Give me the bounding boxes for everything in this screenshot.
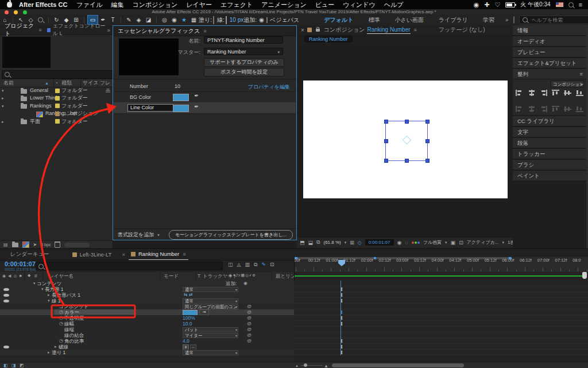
mode-dropdown[interactable]: 同じグループの前面のコン▾ xyxy=(183,304,238,309)
timeline-ruler[interactable]: 0:00f 00:12f 01:00f 01:12f 02:00f 02:12f… xyxy=(294,257,588,272)
stroke-color-swatch[interactable] xyxy=(226,16,227,24)
parent-pickwhip-icon[interactable]: @ xyxy=(247,327,252,332)
project-row[interactable]: ▸ 平面 フォルダー xyxy=(0,118,113,125)
label-chip[interactable] xyxy=(55,103,60,108)
mode-dropdown[interactable]: 通常▾ xyxy=(183,350,238,355)
project-search-box[interactable] xyxy=(2,70,113,79)
menu-item[interactable]: レイヤー xyxy=(186,1,212,9)
sidebar-panel-header[interactable]: プレビュー xyxy=(513,47,586,57)
toggle-inout-icon[interactable]: ◩ xyxy=(20,363,24,368)
close-tab-icon[interactable]: × xyxy=(122,251,125,258)
eg-property-row[interactable]: Line Color ✒ xyxy=(114,102,296,114)
stopwatch-icon[interactable]: ◷ xyxy=(59,338,63,344)
distribute-br-icon[interactable] xyxy=(540,106,547,112)
sidebar-panel-header[interactable]: エフェクト&プリセット xyxy=(513,58,586,68)
timeline-track-row[interactable]: I xyxy=(294,344,588,350)
panel-menu-icon[interactable]: ≡ xyxy=(579,69,583,79)
eye-icon[interactable] xyxy=(3,300,9,303)
eraser-tool[interactable]: ◪ xyxy=(144,16,153,24)
heart-icon[interactable]: ♡ xyxy=(494,1,500,9)
current-time-display[interactable]: 0:00:01:07 xyxy=(365,239,394,246)
menu-item[interactable]: 編集 xyxy=(111,1,123,9)
timeline-menu-icon[interactable]: ≡ xyxy=(183,251,185,257)
remove-dash-button[interactable]: − xyxy=(190,344,196,350)
mode-dropdown[interactable]: マイター▾ xyxy=(183,333,238,338)
mask-visibility-icon[interactable]: ◇ xyxy=(358,240,362,246)
stopwatch-icon[interactable]: ◷ xyxy=(59,321,63,327)
stopwatch-icon[interactable]: ◷ xyxy=(59,309,63,315)
eg-panel-menu-icon[interactable]: ≡ xyxy=(203,28,206,34)
mini-flowchart-icon[interactable]: ◫ xyxy=(228,262,233,268)
zoom-out-mountain-icon[interactable]: ▲ xyxy=(295,364,299,367)
help-search-input[interactable] xyxy=(531,17,588,24)
active-camera-dropdown[interactable]: アクティブカ... xyxy=(467,239,499,246)
keyframe-ibeam[interactable]: I xyxy=(339,286,345,292)
eg-name-field[interactable]: PTNYT-Ranking Number xyxy=(204,36,283,44)
timeline-column-headers[interactable]: ◉◀◎■ ◆ # レイヤー名 モード T トラックマット ◉✦fx▦◎◐⊕ 親と… xyxy=(0,272,294,281)
playhead-handle[interactable] xyxy=(338,260,345,266)
puppet-pin-tool[interactable]: ◉ xyxy=(169,16,179,24)
eyedropper-icon[interactable]: ✒ xyxy=(194,103,199,110)
distribute-bm-icon[interactable] xyxy=(564,106,571,112)
new-composition-icon[interactable] xyxy=(22,241,29,248)
edit-properties-link[interactable]: プロパティを編集 xyxy=(248,83,290,91)
sync-settings-icon[interactable] xyxy=(513,16,514,24)
snapshot-icon[interactable]: ◉ xyxy=(397,240,402,246)
tab-footage[interactable]: フッテージ (なし) xyxy=(439,26,485,34)
distribute-bl-icon[interactable] xyxy=(516,106,523,112)
twirl-icon[interactable]: ▸ xyxy=(2,118,4,125)
keyframe-ibeam[interactable]: I xyxy=(339,298,345,304)
graph-editor-icon[interactable]: ⊡ xyxy=(270,262,274,268)
align-bt-icon[interactable] xyxy=(552,90,559,96)
project-row[interactable]: Ranking....ber コンポジション xyxy=(0,110,113,117)
expression-pick-whip-box[interactable]: ⇥ xyxy=(199,309,209,315)
eg-master-dropdown[interactable]: Ranking Number ▾ xyxy=(204,48,283,55)
sidebar-panel-header[interactable]: ブラシ xyxy=(513,160,586,170)
property-value[interactable]: 10 xyxy=(175,83,180,89)
apple-menu-icon[interactable] xyxy=(7,2,12,7)
label-chip[interactable] xyxy=(55,89,60,93)
share-view-icon[interactable]: ⧉ xyxy=(316,239,320,246)
parent-pickwhip-icon[interactable]: @ xyxy=(247,315,252,321)
property-value[interactable]: 4.0 xyxy=(183,338,189,344)
twirl-icon[interactable]: ▾ xyxy=(2,87,4,94)
property-value[interactable]: 10.0 xyxy=(183,321,192,327)
parent-pickwhip-icon[interactable]: @ xyxy=(247,309,252,315)
hide-shy-layers-icon[interactable]: ▥ xyxy=(245,262,250,268)
region-of-interest-icon[interactable]: ▣ xyxy=(451,240,456,246)
property-value[interactable]: 100% xyxy=(183,315,195,321)
property-name-input[interactable]: Line Color xyxy=(127,104,173,112)
toggle-transfer-controls-icon[interactable]: ◨ xyxy=(11,363,16,368)
panel-overflow-icon[interactable]: » xyxy=(107,27,110,33)
timeline-search-box[interactable] xyxy=(36,262,223,270)
twirl-icon[interactable]: ▸ xyxy=(2,94,4,102)
app-name[interactable]: After Effects CC xyxy=(19,1,67,8)
workspace-tab[interactable]: デフォルト xyxy=(316,16,361,24)
timeline-track-row[interactable]: I xyxy=(294,350,588,355)
align-bl-icon[interactable] xyxy=(516,90,523,96)
keyframe-ibeam[interactable]: I xyxy=(339,321,345,327)
tab-ranking-number[interactable]: Ranking Number ≡ xyxy=(129,249,188,260)
composition-viewer[interactable]: 10 xyxy=(297,44,513,237)
interpret-footage-icon[interactable]: ▤ xyxy=(3,242,8,247)
close-tab-icon[interactable]: × xyxy=(301,27,304,33)
keyframe-ibeam[interactable]: I xyxy=(339,292,345,298)
timeline-track-row[interactable]: I xyxy=(294,338,588,344)
workspace-tab[interactable]: ライブラリ xyxy=(431,16,475,24)
sidebar-panel-header[interactable]: トラッカー xyxy=(513,149,586,159)
keyframe-ibeam[interactable]: I xyxy=(339,309,345,315)
fill-color-swatch[interactable] xyxy=(213,16,214,24)
project-settings-icon[interactable]: ➤ xyxy=(33,242,37,247)
menu-item[interactable]: アニメーション xyxy=(261,1,307,9)
timeline-track-row[interactable]: I xyxy=(294,309,588,315)
delete-icon[interactable] xyxy=(55,241,60,248)
workspace-overflow-icon[interactable]: » xyxy=(505,17,509,23)
timeline-track-row[interactable] xyxy=(294,327,588,332)
sidebar-panel-header[interactable]: ペイント xyxy=(513,171,586,181)
distribute-bt-icon[interactable] xyxy=(552,106,559,112)
sidebar-panel-align[interactable]: 整列 ≡ xyxy=(513,69,586,79)
eye-icon[interactable] xyxy=(3,288,9,292)
sidebar-panel-header[interactable]: オーディオ xyxy=(513,36,586,47)
channels-icon[interactable] xyxy=(412,241,420,244)
keyframe-ibeam[interactable]: I xyxy=(339,315,345,321)
